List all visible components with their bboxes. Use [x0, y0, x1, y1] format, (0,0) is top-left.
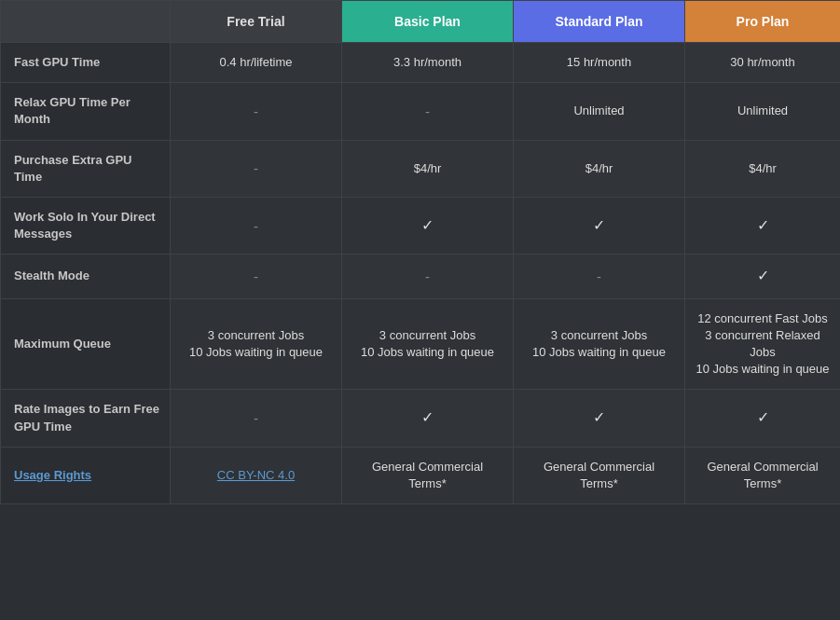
check-icon: ✓: [421, 409, 434, 425]
free-value: -: [171, 197, 342, 254]
cc-link[interactable]: CC BY-NC 4.0: [217, 468, 295, 482]
pricing-table: Free Trial Basic Plan Standard Plan Pro …: [0, 0, 840, 504]
standard-value: 3 concurrent Jobs10 Jobs waiting in queu…: [514, 298, 685, 390]
standard-value: ✓: [514, 197, 685, 254]
check-icon: ✓: [757, 409, 769, 425]
basic-value: ✓: [342, 197, 514, 254]
free-value: -: [171, 140, 342, 197]
basic-value: $4/hr: [342, 140, 514, 197]
header-standard-plan: Standard Plan: [514, 1, 685, 43]
header-feature: [1, 1, 171, 43]
standard-value: $4/hr: [514, 140, 685, 197]
table-row: Stealth Mode---✓: [1, 255, 841, 298]
feature-cell: Stealth Mode: [1, 255, 171, 298]
dash-icon: -: [254, 410, 258, 426]
standard-value: 15 hr/month: [514, 43, 685, 83]
pricing-table-container: Free Trial Basic Plan Standard Plan Pro …: [0, 0, 840, 504]
table-row: Purchase Extra GPU Time-$4/hr$4/hr$4/hr: [1, 140, 841, 197]
feature-cell: Maximum Queue: [1, 298, 171, 390]
dash-icon: -: [597, 269, 601, 284]
usage-rights-label[interactable]: Usage Rights: [14, 468, 91, 482]
pro-value: $4/hr: [685, 140, 841, 197]
pro-value: General Commercial Terms*: [685, 447, 841, 503]
free-value: -: [171, 255, 342, 298]
table-row: Fast GPU Time0.4 hr/lifetime3.3 hr/month…: [1, 43, 841, 83]
basic-value: -: [342, 255, 514, 298]
basic-value: ✓: [342, 390, 514, 447]
feature-cell: Work Solo In Your Direct Messages: [1, 197, 171, 254]
check-icon: ✓: [593, 217, 605, 233]
pro-value: Unlimited: [685, 83, 841, 140]
dash-icon: -: [425, 269, 430, 284]
free-value: CC BY-NC 4.0: [171, 447, 342, 503]
free-value: -: [171, 83, 342, 140]
free-value: 0.4 hr/lifetime: [171, 43, 342, 83]
standard-value: ✓: [514, 390, 685, 447]
pro-value: 30 hr/month: [685, 43, 841, 83]
basic-value: 3 concurrent Jobs10 Jobs waiting in queu…: [342, 298, 514, 390]
feature-cell: Usage Rights: [1, 447, 171, 503]
feature-cell: Rate Images to Earn Free GPU Time: [1, 390, 171, 447]
standard-value: General Commercial Terms*: [514, 447, 685, 503]
header-pro-plan: Pro Plan: [685, 1, 841, 43]
basic-value: 3.3 hr/month: [342, 43, 514, 83]
check-icon: ✓: [593, 409, 605, 425]
header-basic-plan: Basic Plan: [342, 1, 514, 43]
feature-cell: Relax GPU Time Per Month: [1, 83, 171, 140]
pro-value: ✓: [685, 390, 841, 447]
dash-icon: -: [254, 218, 258, 234]
basic-value: General Commercial Terms*: [342, 447, 514, 503]
check-icon: ✓: [757, 268, 769, 283]
check-icon: ✓: [757, 217, 769, 233]
free-value: -: [171, 390, 342, 447]
free-value: 3 concurrent Jobs10 Jobs waiting in queu…: [171, 298, 342, 390]
table-row: Usage RightsCC BY-NC 4.0General Commerci…: [1, 447, 841, 503]
header-free-trial: Free Trial: [171, 1, 342, 43]
header-row: Free Trial Basic Plan Standard Plan Pro …: [1, 1, 841, 43]
dash-icon: -: [425, 103, 430, 119]
table-row: Maximum Queue3 concurrent Jobs10 Jobs wa…: [1, 298, 841, 390]
standard-value: Unlimited: [514, 83, 685, 140]
basic-value: -: [342, 83, 514, 140]
feature-cell: Purchase Extra GPU Time: [1, 140, 171, 197]
table-row: Work Solo In Your Direct Messages-✓✓✓: [1, 197, 841, 254]
table-row: Rate Images to Earn Free GPU Time-✓✓✓: [1, 390, 841, 447]
feature-cell: Fast GPU Time: [1, 43, 171, 83]
dash-icon: -: [254, 269, 258, 284]
standard-value: -: [514, 255, 685, 298]
check-icon: ✓: [421, 217, 434, 233]
dash-icon: -: [254, 160, 258, 176]
table-row: Relax GPU Time Per Month--UnlimitedUnlim…: [1, 83, 841, 140]
dash-icon: -: [254, 103, 258, 119]
pro-value: ✓: [685, 255, 841, 298]
pro-value: ✓: [685, 197, 841, 254]
pro-value: 12 concurrent Fast Jobs3 concurrent Rela…: [685, 298, 841, 390]
